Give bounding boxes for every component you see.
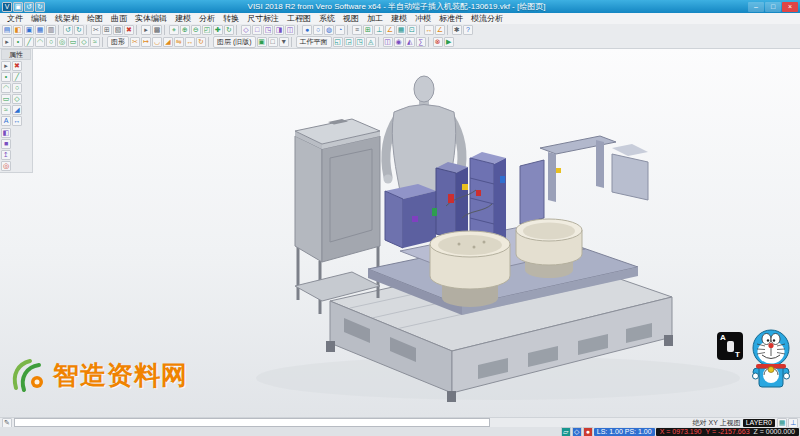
grid-snap-icon[interactable]: ▦: [777, 418, 787, 428]
delete-icon[interactable]: ✖: [124, 25, 134, 35]
print-icon[interactable]: ▥: [46, 25, 56, 35]
dock-text-icon[interactable]: A: [1, 116, 11, 126]
help-icon[interactable]: ?: [463, 25, 473, 35]
dock-select-icon[interactable]: ▸: [1, 61, 11, 71]
menu-item-4[interactable]: 绘图: [83, 13, 107, 24]
menu-item-3[interactable]: 线架构: [51, 13, 83, 24]
dock-hole-icon[interactable]: ◎: [1, 161, 11, 171]
menu-item-16[interactable]: 冲模: [411, 13, 435, 24]
zoom-window-icon[interactable]: ◰: [202, 25, 212, 35]
active-layer-chip[interactable]: LAYER0: [743, 419, 775, 427]
zoom-fit-icon[interactable]: ⌖: [169, 25, 179, 35]
minimize-button[interactable]: –: [748, 2, 764, 12]
layer-off-icon[interactable]: □: [268, 37, 278, 47]
arc-icon[interactable]: ◠: [35, 37, 45, 47]
paste-icon[interactable]: ▧: [113, 25, 123, 35]
render-icon[interactable]: ◉: [394, 37, 404, 47]
wireframe-mode-icon[interactable]: ○: [313, 25, 323, 35]
analysis-icon[interactable]: ◭: [405, 37, 415, 47]
menu-item-17[interactable]: 标准件: [435, 13, 467, 24]
menu-item-7[interactable]: 建模: [171, 13, 195, 24]
menu-item-2[interactable]: 编辑: [27, 13, 51, 24]
hidden-line-mode-icon[interactable]: ◍: [324, 25, 334, 35]
command-input[interactable]: [14, 418, 490, 427]
layer-manager-icon[interactable]: ≡: [352, 25, 362, 35]
point-icon[interactable]: •: [13, 37, 23, 47]
new-layer-icon[interactable]: ⊞: [363, 25, 373, 35]
save-all-icon[interactable]: ▦: [35, 25, 45, 35]
menu-item-12[interactable]: 系统: [315, 13, 339, 24]
workplane-xz-icon[interactable]: ◲: [344, 37, 354, 47]
dock-point-icon[interactable]: •: [1, 72, 11, 82]
chamfer-icon[interactable]: ◢: [163, 37, 173, 47]
grid-icon[interactable]: ▦: [396, 25, 406, 35]
mass-properties-icon[interactable]: ∑: [416, 37, 426, 47]
dock-line-icon[interactable]: ╱: [12, 72, 22, 82]
shaded-mode-icon[interactable]: ●: [302, 25, 312, 35]
spline-icon[interactable]: ≈: [90, 37, 100, 47]
dock-circle-icon[interactable]: ○: [12, 83, 22, 93]
menu-item-9[interactable]: 转换: [219, 13, 243, 24]
app-logo-icon[interactable]: V: [2, 2, 12, 12]
view-front-icon[interactable]: ◳: [263, 25, 273, 35]
quick-undo-icon[interactable]: ↺: [24, 2, 34, 12]
dock-rectangle-icon[interactable]: ▭: [1, 94, 11, 104]
section-icon[interactable]: ◫: [383, 37, 393, 47]
options-icon[interactable]: ✱: [452, 25, 462, 35]
new-file-icon[interactable]: ▤: [2, 25, 12, 35]
zoom-out-icon[interactable]: ⊖: [191, 25, 201, 35]
line-icon[interactable]: ╱: [24, 37, 34, 47]
dock-arc-icon[interactable]: ◠: [1, 83, 11, 93]
select-icon[interactable]: ▸: [2, 37, 12, 47]
menu-item-13[interactable]: 视图: [339, 13, 363, 24]
dock-dimension-icon[interactable]: ↔: [12, 116, 22, 126]
coord-system-icon[interactable]: ▱: [561, 427, 571, 436]
cut-icon[interactable]: ✂: [91, 25, 101, 35]
extend-icon[interactable]: ↦: [141, 37, 151, 47]
dock-header-tab[interactable]: 属性: [1, 49, 31, 60]
ortho-mode-icon[interactable]: ⊥: [788, 418, 798, 428]
polygon-icon[interactable]: ◇: [79, 37, 89, 47]
snap-icon[interactable]: ⊡: [407, 25, 417, 35]
layer-on-icon[interactable]: ▣: [257, 37, 267, 47]
menu-item-11[interactable]: 工程图: [283, 13, 315, 24]
view-top-icon[interactable]: □: [252, 25, 262, 35]
layer-filter-icon[interactable]: ▼: [279, 37, 289, 47]
copy-icon[interactable]: ⊞: [102, 25, 112, 35]
fillet-icon[interactable]: ◡: [152, 37, 162, 47]
dock-polygon-icon[interactable]: ◇: [12, 94, 22, 104]
ucs-icon[interactable]: ∠: [385, 25, 395, 35]
menu-item-15[interactable]: 建模: [387, 13, 411, 24]
ellipse-icon[interactable]: ◎: [57, 37, 67, 47]
quick-save-icon[interactable]: ▣: [13, 2, 23, 12]
selection-filter-icon[interactable]: ▸: [141, 25, 151, 35]
pan-icon[interactable]: ✚: [213, 25, 223, 35]
view-lock-icon[interactable]: ◇: [572, 427, 582, 436]
view-iso-icon[interactable]: ◇: [241, 25, 251, 35]
dock-spline-icon[interactable]: ≈: [1, 105, 11, 115]
machining-icon[interactable]: ⊗: [433, 37, 443, 47]
dock-surface-icon[interactable]: ◧: [1, 128, 11, 138]
workplane-3pt-icon[interactable]: ◬: [366, 37, 376, 47]
quick-redo-icon[interactable]: ↻: [35, 2, 45, 12]
select-all-icon[interactable]: ▩: [152, 25, 162, 35]
move-icon[interactable]: ↔: [185, 37, 195, 47]
menu-item-5[interactable]: 曲面: [107, 13, 131, 24]
menu-item-8[interactable]: 分析: [195, 13, 219, 24]
save-icon[interactable]: ▣: [24, 25, 34, 35]
workplane-icon[interactable]: ⊥: [374, 25, 384, 35]
record-icon[interactable]: ●: [583, 427, 593, 436]
measure-distance-icon[interactable]: ↔: [424, 25, 434, 35]
menu-item-6[interactable]: 实体编辑: [131, 13, 171, 24]
menu-item-10[interactable]: 尺寸标注: [243, 13, 283, 24]
dock-extrude-icon[interactable]: ↥: [1, 150, 11, 160]
menu-item-18[interactable]: 模流分析: [467, 13, 507, 24]
rectangle-icon[interactable]: ▭: [68, 37, 78, 47]
dock-erase-icon[interactable]: ✖: [12, 61, 22, 71]
dock-solid-icon[interactable]: ■: [1, 139, 11, 149]
open-file-icon[interactable]: ◧: [13, 25, 23, 35]
redo-icon[interactable]: ↻: [74, 25, 84, 35]
measure-angle-icon[interactable]: ∠: [435, 25, 445, 35]
close-button[interactable]: ×: [782, 2, 798, 12]
view-right-icon[interactable]: ◨: [274, 25, 284, 35]
